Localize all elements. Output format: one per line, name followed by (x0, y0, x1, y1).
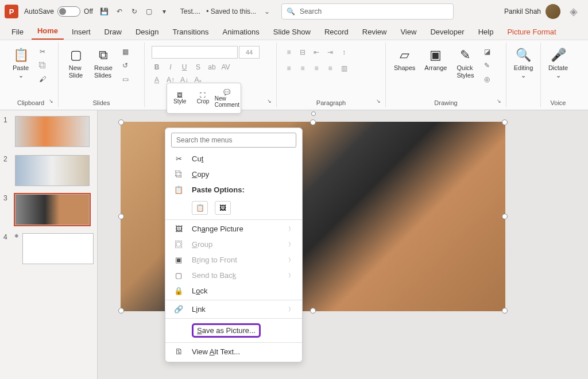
thumb-row[interactable]: 1 (3, 116, 94, 147)
dictate-button[interactable]: 🎤Dictate⌄ (546, 44, 571, 82)
tab-insert[interactable]: Insert (66, 24, 96, 40)
numbering-icon[interactable]: ⊟ (297, 47, 308, 57)
thumb-row[interactable]: 2 (3, 155, 94, 186)
slide-thumbnail[interactable] (15, 155, 90, 186)
menu-copy[interactable]: ⿻ Copy (165, 167, 302, 182)
save-icon[interactable]: 💾 (100, 7, 109, 16)
slide-thumbnail[interactable] (15, 116, 90, 147)
dialog-launcher-icon[interactable]: ↘ (267, 98, 274, 105)
columns-icon[interactable]: ▥ (339, 63, 349, 74)
resize-handle[interactable] (502, 214, 508, 219)
slide-thumbnail-panel[interactable]: 1 2 3 4 ✱ (0, 110, 98, 379)
align-center-icon[interactable]: ≡ (297, 63, 308, 74)
tab-home[interactable]: Home (32, 23, 64, 40)
layout-icon[interactable]: ▦ (119, 46, 131, 57)
tab-review[interactable]: Review (357, 24, 393, 40)
increase-indent-icon[interactable]: ⇥ (325, 47, 335, 57)
menu-lock[interactable]: 🔒 Lock (165, 283, 302, 299)
italic-icon[interactable]: I (165, 62, 176, 72)
resize-handle[interactable] (118, 119, 124, 125)
resize-handle[interactable] (502, 119, 508, 125)
align-right-icon[interactable]: ≡ (311, 63, 322, 74)
menu-view-alt-text[interactable]: 🖻 View Alt Text... (165, 344, 302, 359)
shadow-icon[interactable]: ab (207, 62, 217, 72)
tab-design[interactable]: Design (130, 24, 164, 40)
section-icon[interactable]: ▭ (119, 74, 131, 85)
menu-search-input[interactable] (171, 133, 296, 148)
search-box[interactable]: 🔍 Search (281, 3, 454, 20)
save-status[interactable]: • Saved to this... (206, 7, 256, 16)
crop-button[interactable]: ⛶Crop (191, 84, 214, 112)
bullets-icon[interactable]: ≡ (284, 47, 294, 57)
menu-change-picture[interactable]: 🖼 Change Picture 〉 (165, 221, 302, 237)
new-slide-button[interactable]: ▢ New Slide (63, 44, 88, 82)
font-size-input[interactable] (239, 46, 260, 59)
decrease-indent-icon[interactable]: ⇤ (311, 47, 322, 57)
justify-icon[interactable]: ≡ (325, 63, 335, 74)
shape-outline-icon[interactable]: ✎ (481, 60, 493, 71)
font-color-icon[interactable]: A (152, 75, 162, 85)
resize-handle[interactable] (118, 214, 124, 219)
menu-cut[interactable]: ✂ Cut (165, 151, 302, 167)
resize-handle[interactable] (118, 308, 124, 314)
line-spacing-icon[interactable]: ↕ (339, 47, 349, 57)
new-comment-button[interactable]: 💬New Comment (215, 84, 239, 112)
tab-slideshow[interactable]: Slide Show (268, 24, 316, 40)
paste-button[interactable]: 📋 Paste ⌄ (8, 44, 33, 82)
shapes-button[interactable]: ▱Shapes (390, 44, 419, 74)
alt-text-icon: 🖻 (173, 347, 184, 356)
tab-developer[interactable]: Developer (424, 24, 470, 40)
strike-icon[interactable]: S (193, 62, 203, 72)
tab-file[interactable]: File (6, 24, 29, 40)
autosave-toggle[interactable]: AutoSave Off (24, 6, 93, 17)
tab-picture-format[interactable]: Picture Format (501, 24, 562, 40)
premium-icon[interactable]: ◈ (570, 5, 578, 18)
spacing-icon[interactable]: AV (220, 62, 231, 72)
dropdown-icon[interactable]: ⌄ (264, 7, 270, 16)
resize-handle[interactable] (310, 119, 316, 125)
slide-thumbnail[interactable] (15, 194, 90, 225)
align-left-icon[interactable]: ≡ (284, 63, 294, 74)
thumb-row[interactable]: 3 (3, 194, 94, 225)
start-from-beginning-icon[interactable]: ▢ (145, 7, 154, 16)
slide-thumbnail[interactable] (22, 233, 94, 264)
dialog-launcher-icon[interactable]: ↘ (376, 98, 383, 105)
qat-more-icon[interactable]: ▾ (160, 7, 169, 16)
paste-option-keep-source[interactable]: 📋 (192, 201, 208, 215)
user-area[interactable]: Pankil Shah ◈ (504, 4, 583, 19)
thumb-row[interactable]: 4 ✱ (3, 233, 94, 264)
reuse-slides-button[interactable]: ⧉ Reuse Slides (91, 44, 116, 82)
menu-save-as-picture[interactable]: Save as Picture... (165, 320, 302, 341)
reset-icon[interactable]: ↺ (119, 60, 131, 71)
undo-icon[interactable]: ↶ (115, 7, 124, 16)
paste-option-picture[interactable]: 🖼 (215, 201, 231, 215)
format-painter-icon[interactable]: 🖌 (37, 74, 48, 85)
tab-record[interactable]: Record (319, 24, 354, 40)
dialog-launcher-icon[interactable]: ↘ (49, 98, 56, 105)
tab-transitions[interactable]: Transitions (167, 24, 214, 40)
shape-fill-icon[interactable]: ◪ (481, 46, 493, 57)
quick-styles-button[interactable]: ✎Quick Styles (452, 44, 478, 82)
underline-icon[interactable]: U (179, 62, 189, 72)
menu-link[interactable]: 🔗 Link 〉 (165, 301, 302, 317)
toggle-switch[interactable] (57, 6, 80, 17)
rotate-handle[interactable] (311, 111, 316, 116)
copy-icon[interactable]: ⿻ (37, 60, 48, 71)
resize-handle[interactable] (310, 308, 316, 314)
file-name[interactable]: Test.... (180, 7, 200, 16)
menu-search[interactable] (171, 133, 296, 148)
tab-draw[interactable]: Draw (99, 24, 127, 40)
bold-icon[interactable]: B (152, 62, 162, 72)
redo-icon[interactable]: ↻ (130, 7, 139, 16)
cut-icon[interactable]: ✂ (37, 46, 48, 57)
font-name-input[interactable] (152, 46, 238, 59)
tab-animations[interactable]: Animations (217, 24, 265, 40)
shape-effects-icon[interactable]: ◎ (481, 74, 493, 85)
dialog-launcher-icon[interactable]: ↘ (497, 98, 504, 105)
editing-button[interactable]: 🔍Editing⌄ (511, 44, 536, 82)
tab-help[interactable]: Help (473, 24, 500, 40)
arrange-button[interactable]: ▣Arrange (421, 44, 450, 74)
resize-handle[interactable] (502, 308, 508, 314)
style-button[interactable]: 🖼Style (168, 84, 191, 112)
tab-view[interactable]: View (394, 24, 422, 40)
